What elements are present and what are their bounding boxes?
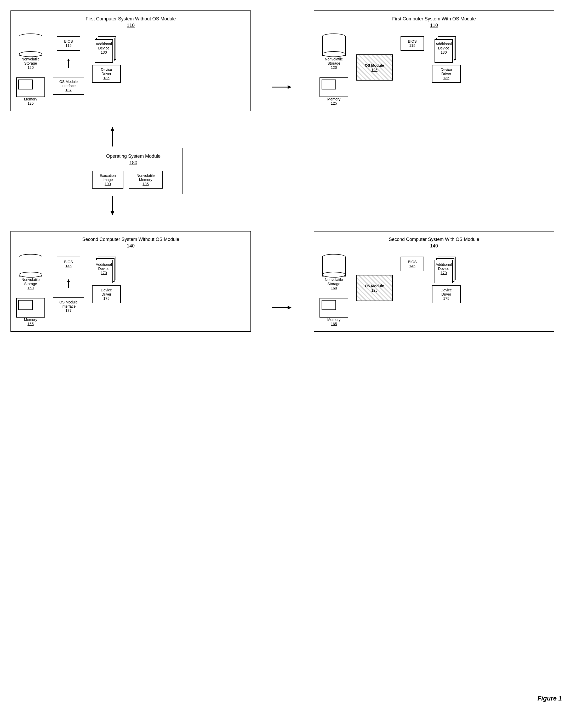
os-module-inner: ExecutionImage 190 NonvolatileMemory 185 [92,171,175,189]
svg-marker-3 [288,85,292,89]
os-module-id: 180 [92,160,175,166]
top-left-storage: NonvolatileStorage 120 [16,34,45,69]
bottom-right-bios: BIOS 145 [401,256,424,271]
svg-marker-7 [111,211,114,215]
svg-marker-11 [288,306,292,309]
os-module-outer: Operating System Module 180 ExecutionIma… [84,148,183,194]
top-left-title: First Computer System Without OS Module [16,16,245,22]
bottom-left-storage: NonvolatileStorage 160 [16,254,45,290]
bottom-left-device-driver: DeviceDriver 175 [92,285,121,303]
os-module-title: Operating System Module [92,153,175,159]
top-right-title: First Computer System With OS Module [319,16,548,22]
top-right-memory-group: Memory 125 [319,78,348,105]
bottom-right-id: 140 [319,243,548,249]
bottom-left-memory: Memory 165 [16,298,45,326]
top-right-system-box: First Computer System With OS Module 110… [314,11,554,111]
arrow-up-bios [65,59,72,69]
top-right-memory: Memory 125 [319,78,348,105]
execution-image: ExecutionImage 190 [92,171,123,189]
top-left-system-box: First Computer System Without OS Module … [10,11,251,111]
bottom-left-bios: BIOS 145 [57,256,80,271]
middle-down-arrow [105,194,120,215]
svg-marker-9 [67,279,70,282]
top-row: First Computer System Without OS Module … [10,11,578,111]
bottom-right-title: Second Computer System With OS Module [319,237,548,242]
top-horiz-arrow [272,11,293,111]
top-right-storage: NonvolatileStorage 120 [319,34,348,69]
bottom-right-storage: NonvolatileStorage 160 [319,254,348,290]
bottom-right-memory: Memory 165 [319,298,348,326]
bottom-left-os-interface: OS ModuleInterface 177 [53,297,84,315]
svg-marker-5 [111,127,114,131]
top-right-device-driver: DeviceDriver 135 [432,65,461,83]
bottom-horiz-arrow [272,231,293,332]
bottom-right-os-module: OS Module 125 [356,275,393,301]
page-container: First Computer System Without OS Module … [10,11,578,712]
top-right-id: 110 [319,23,548,28]
top-left-memory: Memory 125 [16,78,45,105]
bottom-right-system-box: Second Computer System With OS Module 14… [314,231,554,332]
bottom-right-additional-device: AdditionalDevice 170 [435,256,458,285]
figure-label: Figure 1 [538,695,562,702]
bottom-left-title: Second Computer System Without OS Module [16,237,245,242]
top-left-id: 110 [16,23,245,28]
middle-section: Operating System Module 180 ExecutionIma… [84,127,578,215]
arrow-up-bios-bottom [65,279,72,290]
bottom-left-id: 140 [16,243,245,249]
bottom-right-device-driver: DeviceDriver 175 [432,285,461,303]
middle-up-arrow [105,127,120,148]
bottom-left-system-box: Second Computer System Without OS Module… [10,231,251,332]
top-right-bios: BIOS 115 [401,36,424,51]
top-left-bios: BIOS 115 [57,36,80,51]
bottom-left-additional-device: AdditionalDevice 170 [94,256,118,285]
top-right-os-module: OS Module 125 [356,55,393,81]
top-left-additional-device: AdditionalDevice 130 [94,36,118,65]
top-left-device-driver: DeviceDriver 135 [92,65,121,83]
top-left-os-interface: OS ModuleInterface 137 [53,77,84,95]
nonvolatile-memory: NonvolatileMemory 185 [129,171,163,189]
top-right-additional-device: AdditionalDevice 130 [435,36,458,65]
bottom-row: Second Computer System Without OS Module… [10,231,578,332]
svg-marker-1 [67,59,70,61]
